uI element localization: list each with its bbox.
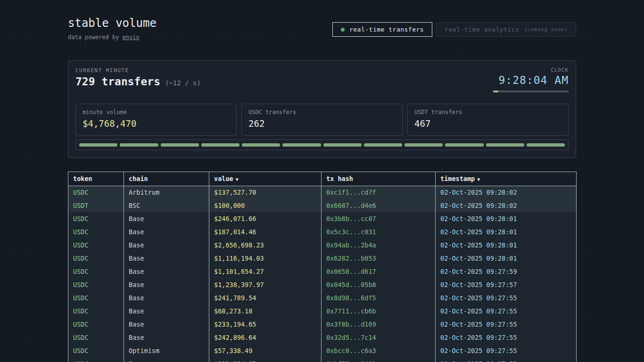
activity-segment (527, 143, 565, 147)
table-row: USDC Base $233,194.65 0xbf75...3661 02-O… (68, 357, 577, 362)
tx-hash-link[interactable]: 0x8d98...6df5 (322, 291, 436, 304)
tx-hash-link[interactable]: 0x7711...cb6b (322, 304, 436, 318)
stat-card-usdc-transfers: USDC transfers 262 (241, 104, 403, 136)
stat-card-usdt-transfers: USDT transfers 467 (407, 104, 569, 136)
activity-segment (364, 143, 402, 147)
chain-cell: Base (124, 331, 209, 344)
activity-segment (486, 143, 524, 147)
col-header-tx-hash: tx hash (322, 172, 436, 186)
token-cell: USDC (68, 225, 124, 239)
tab-label: real-time transfers (349, 26, 424, 33)
timestamp-cell: 02-Oct-2025 09:28:02 (436, 199, 577, 212)
col-header-token: token (68, 172, 124, 186)
activity-segments (75, 140, 569, 150)
sort-desc-icon: ▼ (236, 177, 239, 182)
col-header-value[interactable]: value▼ (209, 172, 322, 186)
table-head: token chain value▼ tx hash timestamp▼ (68, 172, 577, 186)
tab-label: real-time analytics (445, 26, 519, 33)
col-header-timestamp[interactable]: timestamp▼ (436, 172, 577, 186)
chain-cell: Base (124, 212, 209, 225)
page-title: stable volume (68, 17, 157, 30)
table-row: USDC Base $2,656,698.23 0x94ab...2b4a 02… (68, 239, 577, 252)
current-minute-panel: CURRENT MINUTE 729 transfers (~12 / s) C… (68, 60, 576, 158)
token-cell: USDC (68, 278, 124, 291)
activity-segment (405, 143, 443, 147)
value-cell: $233,194.65 (209, 318, 322, 331)
tx-hash-link[interactable]: 0x0658...d617 (322, 265, 436, 278)
token-cell: USDC (68, 344, 124, 357)
value-cell: $2,656,698.23 (209, 239, 322, 252)
transfers-rate: (~12 / s) (165, 79, 201, 87)
chain-cell: Base (124, 265, 209, 278)
timestamp-cell: 02-Oct-2025 09:27:55 (436, 291, 577, 304)
minute-progress-bar (493, 90, 569, 92)
tx-hash-link[interactable]: 0x3f8b...d169 (322, 318, 436, 331)
timestamp-cell: 02-Oct-2025 09:27:55 (436, 344, 577, 357)
activity-segment (282, 143, 321, 147)
token-cell: USDC (68, 212, 124, 225)
timestamp-cell: 02-Oct-2025 09:28:01 (436, 239, 577, 252)
chain-cell: Arbitrum (124, 186, 209, 199)
stat-value: 262 (248, 118, 396, 129)
chain-cell: Base (124, 291, 209, 304)
stat-value: $4,768,470 (83, 118, 230, 129)
stat-label: minute volume (83, 109, 230, 115)
table-row: USDC Base $1,116,194.03 0x6282...b053 02… (68, 252, 577, 265)
token-cell: USDC (68, 265, 124, 278)
table-row: USDC Optimism $57,338.49 0xbcc0...c6a3 0… (68, 344, 577, 357)
timestamp-cell: 02-Oct-2025 09:27:59 (436, 265, 577, 278)
transfers-count: 729 transfers (75, 75, 160, 88)
tx-hash-link[interactable]: 0x32d5...7c14 (322, 331, 436, 344)
tx-hash-link[interactable]: 0xc1f1...cd7f (322, 186, 436, 199)
table-row: USDT BSC $100,000 0x6687...d4e6 02-Oct-2… (68, 199, 577, 212)
timestamp-cell: 02-Oct-2025 09:27:57 (436, 278, 577, 291)
chain-cell: Base (124, 225, 209, 239)
token-cell: USDC (68, 331, 124, 344)
page: stable volume data powered by envio real… (68, 0, 576, 362)
tx-hash-link[interactable]: 0xbcc0...c6a3 (322, 344, 436, 357)
table-row: USDC Base $233,194.65 0x3f8b...d169 02-O… (68, 318, 577, 331)
token-cell: USDT (68, 199, 124, 212)
header-row: token chain value▼ tx hash timestamp▼ (68, 172, 577, 186)
timestamp-cell: 02-Oct-2025 09:27:53 (436, 357, 577, 362)
tx-hash-link[interactable]: 0x045d...05b8 (322, 278, 436, 291)
token-cell: USDC (68, 239, 124, 252)
clock-progress-fill (493, 90, 498, 92)
token-cell: USDC (68, 318, 124, 331)
timestamp-cell: 02-Oct-2025 09:28:01 (436, 252, 577, 265)
timestamp-cell: 02-Oct-2025 09:27:55 (436, 304, 577, 318)
value-cell: $233,194.65 (209, 357, 322, 362)
chain-cell: Optimism (124, 344, 209, 357)
tx-hash-link[interactable]: 0x3b8b...cc07 (322, 212, 436, 225)
clock-time: 9:28:04 AM (493, 74, 569, 86)
chain-cell: Base (124, 252, 209, 265)
table-row: USDC Base $241,789.54 0x8d98...6df5 02-O… (68, 291, 577, 304)
tx-hash-link[interactable]: 0x6687...d4e6 (322, 199, 436, 212)
header: stable volume data powered by envio real… (68, 17, 576, 41)
coming-soon-badge: (coming soon) (524, 26, 568, 33)
transfers-count-line: 729 transfers (~12 / s) (75, 75, 201, 88)
tx-hash-link[interactable]: 0x5c3c...c031 (322, 225, 436, 239)
envio-link[interactable]: envio (123, 34, 140, 41)
sort-desc-icon: ▼ (477, 177, 480, 182)
tx-hash-link[interactable]: 0xbf75...3661 (322, 357, 436, 362)
activity-segment (242, 143, 280, 147)
tab-real-time-analytics[interactable]: real-time analytics (coming soon) (436, 22, 576, 37)
table-row: USDC Arbitrum $137,527.70 0xc1f1...cd7f … (68, 186, 577, 199)
tx-hash-link[interactable]: 0x6282...b053 (322, 252, 436, 265)
transfers-summary: CURRENT MINUTE 729 transfers (~12 / s) (75, 67, 201, 88)
clock-box: CLOCK 9:28:04 AM (493, 67, 569, 92)
chain-cell: Base (124, 304, 209, 318)
timestamp-cell: 02-Oct-2025 09:27:55 (436, 331, 577, 344)
token-cell: USDC (68, 304, 124, 318)
tx-hash-link[interactable]: 0x94ab...2b4a (322, 239, 436, 252)
tab-real-time-transfers[interactable]: real-time transfers (332, 22, 432, 37)
transfers-table-wrap: token chain value▼ tx hash timestamp▼ US… (68, 172, 576, 362)
table-row: USDC Base $1,238,397.97 0x045d...05b8 02… (68, 278, 577, 291)
powered-by: data powered by envio (68, 34, 157, 41)
value-cell: $1,101,654.27 (209, 265, 322, 278)
activity-segment (323, 143, 362, 147)
stat-label: USDT transfers (414, 109, 561, 115)
value-cell: $57,338.49 (209, 344, 322, 357)
table-row: USDC Base $187,014.46 0x5c3c...c031 02-O… (68, 225, 577, 239)
